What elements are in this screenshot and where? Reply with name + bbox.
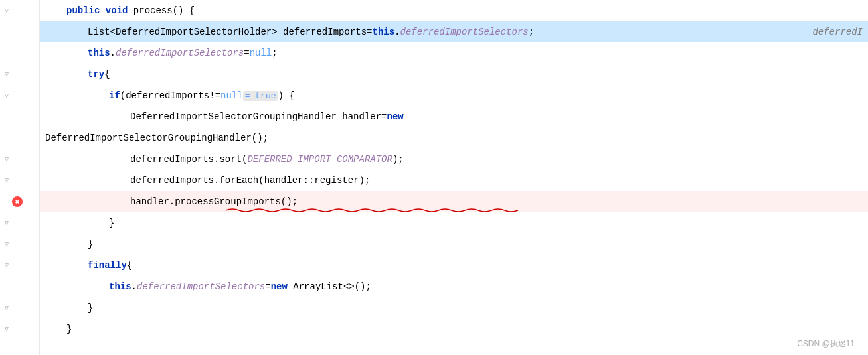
code-line-1: public void process() { (40, 0, 868, 21)
null-value: null (250, 48, 272, 58)
true-badge: = true (243, 91, 278, 101)
keyword-this: this (373, 27, 395, 37)
code-container: ▽ ▽ ▽ ▽ ▽ (0, 0, 868, 355)
gutter-line-8: ▽ (0, 149, 39, 170)
gutter-line-10: ✖ (0, 191, 39, 212)
gutter: ▽ ▽ ▽ ▽ ▽ (0, 0, 40, 355)
type-arraylist: ArrayList<> (293, 281, 354, 292)
code-lines: public void process() { List<DeferredImp… (40, 0, 868, 355)
code-line-14: this.deferredImportSelectors = new Array… (40, 276, 868, 297)
keyword-this-14: this (109, 281, 131, 292)
code-line-2: List<DeferredImportSelectorHolder> defer… (40, 21, 868, 42)
fold-arrow-9[interactable]: ▽ (3, 177, 11, 184)
code-line-9: deferredImports.forEach(handler::registe… (40, 170, 868, 191)
var-deferred-imports: deferredImports (283, 27, 367, 37)
field-deferred-3: deferredImportSelectors (116, 48, 244, 58)
gutter-line-1: ▽ (0, 0, 39, 21)
comparator-const: DEFERRED_IMPORT_COMPARATOR (247, 154, 392, 165)
fold-arrow-15[interactable]: ▽ (3, 304, 11, 312)
deferred-fade-text: deferredI (812, 27, 863, 37)
var-deferred-9: deferredImports (130, 175, 214, 186)
fold-arrow-5[interactable]: ▽ (3, 92, 11, 100)
gutter-line-6 (0, 106, 39, 127)
fold-arrow-11[interactable]: ▽ (3, 219, 11, 227)
fold-arrow-16[interactable]: ▽ (3, 325, 11, 333)
close-brace-16: } (66, 324, 72, 334)
gutter-line-5: ▽ (0, 85, 39, 106)
punct-paren-open: () { (173, 5, 195, 16)
code-line-6: DeferredImportSelectorGroupingHandler ha… (40, 106, 868, 127)
gutter-line-7 (0, 127, 39, 149)
squiggle-svg (226, 207, 511, 212)
gutter-line-13: ▽ (0, 255, 39, 276)
watermark: CSDN @执迷11 (797, 338, 855, 350)
keyword-try: try (88, 69, 104, 80)
gutter-line-15: ▽ (0, 297, 39, 319)
gutter-line-12: ▽ (0, 234, 39, 255)
method-process: process (133, 5, 173, 16)
keyword-finally: finally (88, 260, 127, 271)
var-handler: handler (342, 111, 381, 122)
code-line-4: try { (40, 64, 868, 85)
fold-arrow-8[interactable]: ▽ (3, 155, 11, 163)
method-foreach: forEach (219, 175, 258, 186)
code-line-7: DeferredImportSelectorGroupingHandler(); (40, 127, 868, 149)
fold-arrow-13[interactable]: ▽ (3, 261, 11, 269)
code-line-12: } (40, 234, 868, 255)
fold-arrow-12[interactable]: ▽ (3, 240, 11, 248)
keyword-this-3: this (88, 48, 110, 58)
type-handler: DeferredImportSelectorGroupingHandler (130, 111, 337, 122)
code-line-11: } (40, 212, 868, 234)
var-deferred-5: deferredImports (126, 90, 209, 101)
gutter-line-2 (0, 21, 39, 42)
code-area: ▽ ▽ ▽ ▽ ▽ (0, 0, 868, 355)
close-brace-15: } (88, 303, 93, 313)
type-list: List<DeferredImportSelectorHolder> (88, 27, 278, 37)
right-fade-overlay: deferredI (788, 21, 868, 42)
keyword-new: new (387, 111, 403, 122)
null-5: null (220, 90, 243, 101)
handler-process: handler (130, 196, 169, 207)
field-deferred-14: deferredImportSelectors (137, 281, 265, 292)
code-line-13: finally { (40, 255, 868, 276)
handler-ref: handler (264, 175, 304, 186)
code-line-5: if (deferredImports != null = true ) { (40, 85, 868, 106)
close-brace-12: } (88, 239, 93, 249)
keyword-public: public (66, 5, 100, 16)
type-handler-ctor: DeferredImportSelectorGroupingHandler (45, 133, 252, 143)
close-brace-11: } (109, 218, 114, 228)
gutter-line-14 (0, 276, 39, 297)
code-line-15: } (40, 297, 868, 319)
field-deferred-selectors: deferredImportSelectors (400, 27, 529, 37)
code-line-10: handler.processGroupImports(); (40, 191, 868, 212)
error-marker: ✖ (12, 196, 23, 207)
code-line-8: deferredImports.sort(DEFERRED_IMPORT_COM… (40, 149, 868, 170)
gutter-line-3 (0, 42, 39, 64)
var-deferred-8: deferredImports (130, 154, 214, 165)
gutter-line-9: ▽ (0, 170, 39, 191)
code-line-16: } (40, 319, 868, 340)
keyword-new-14: new (271, 281, 288, 292)
method-process-group: processGroupImports (175, 196, 281, 207)
method-sort: sort (219, 154, 242, 165)
keyword-if: if (109, 90, 120, 101)
keyword-void: void (106, 5, 128, 16)
method-register: register (314, 175, 359, 186)
punct-equals: = (367, 27, 372, 37)
fold-arrow-4[interactable]: ▽ (3, 70, 11, 78)
code-line-3: this.deferredImportSelectors = null; (40, 42, 868, 64)
gutter-line-11: ▽ (0, 212, 39, 234)
fold-arrow-1[interactable]: ▽ (3, 7, 11, 15)
gutter-line-4: ▽ (0, 64, 39, 85)
gutter-line-16: ▽ (0, 319, 39, 340)
